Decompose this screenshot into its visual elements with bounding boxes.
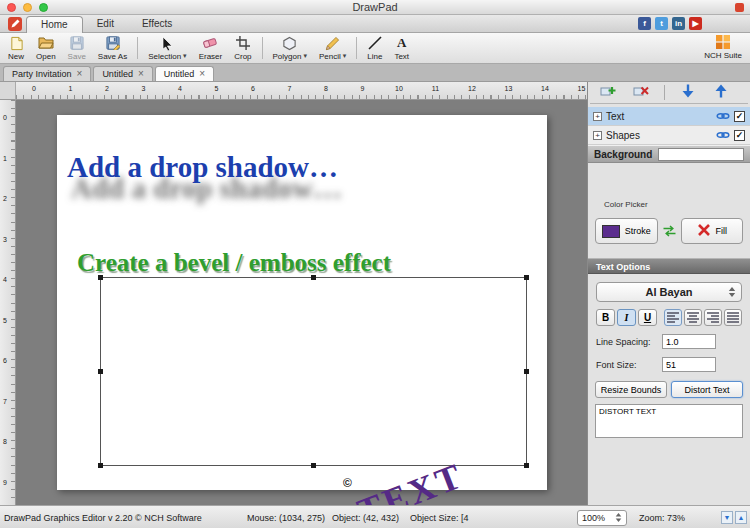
close-tab-icon[interactable]: × bbox=[138, 69, 144, 79]
eraser-button[interactable]: Eraser bbox=[193, 33, 229, 63]
background-row[interactable]: Background bbox=[588, 145, 750, 163]
bevel-emboss-text-object[interactable]: Create a bevel / emboss effect bbox=[77, 249, 391, 277]
zoom-percent-value: 100% bbox=[582, 513, 605, 523]
stepper-icon bbox=[615, 512, 622, 525]
align-center-button[interactable] bbox=[684, 309, 702, 326]
facebook-icon[interactable]: f bbox=[638, 17, 651, 30]
selection-bounds[interactable]: © DISTORT TEXT bbox=[100, 277, 527, 466]
resize-handle[interactable] bbox=[311, 275, 316, 280]
distort-text-object[interactable]: DISTORT TEXT bbox=[148, 430, 494, 505]
link-icon[interactable] bbox=[716, 129, 730, 141]
align-left-button[interactable] bbox=[664, 309, 682, 326]
bold-button[interactable]: B bbox=[596, 309, 615, 326]
expand-icon[interactable]: + bbox=[593, 131, 602, 140]
twitter-icon[interactable]: t bbox=[655, 17, 668, 30]
align-justify-button[interactable] bbox=[724, 309, 742, 326]
move-layer-down-button[interactable] bbox=[674, 84, 702, 102]
polygon-button[interactable]: Polygon▾ bbox=[267, 33, 313, 63]
crop-icon bbox=[236, 35, 250, 51]
zoom-level-text: Zoom: 73% bbox=[639, 513, 685, 523]
text-content-area[interactable]: DISTORT TEXT bbox=[595, 404, 743, 438]
fill-label: Fill bbox=[716, 226, 728, 236]
scroll-down-button[interactable]: ▼ bbox=[721, 511, 733, 524]
nch-suite-button[interactable]: NCH Suite bbox=[704, 34, 742, 60]
layer-actions-toolbar bbox=[590, 84, 748, 104]
nch-badge-icon[interactable] bbox=[735, 3, 744, 12]
tab-home[interactable]: Home bbox=[26, 16, 83, 33]
document-tab-strip: Party Invitation×Untitled×Untitled× bbox=[0, 64, 750, 82]
ruler-corner bbox=[0, 82, 16, 100]
ribbon-tab-strip: HomeEditEffects bbox=[26, 15, 186, 33]
font-size-input[interactable] bbox=[662, 357, 716, 372]
resize-bounds-button[interactable]: Resize Bounds bbox=[595, 381, 667, 398]
doc-tab-untitled-1[interactable]: Untitled× bbox=[93, 66, 152, 81]
expand-icon[interactable]: + bbox=[593, 112, 602, 121]
document-page[interactable]: Add a drop shadow… Create a bevel / embo… bbox=[57, 115, 547, 490]
title-bar: DrawPad bbox=[0, 0, 750, 15]
tab-effects[interactable]: Effects bbox=[128, 15, 186, 33]
stroke-color-button[interactable]: Stroke bbox=[595, 218, 658, 244]
resize-handle[interactable] bbox=[98, 463, 103, 468]
add-layer-button[interactable] bbox=[594, 84, 622, 102]
minimize-window-button[interactable] bbox=[23, 3, 32, 12]
resize-handle[interactable] bbox=[98, 369, 103, 374]
layer-row-text[interactable]: +Text✓ bbox=[588, 107, 750, 126]
visibility-checkbox[interactable]: ✓ bbox=[734, 130, 745, 141]
pencil-button[interactable]: Pencil▾ bbox=[313, 33, 352, 63]
align-right-button[interactable] bbox=[704, 309, 722, 326]
open-button[interactable]: Open bbox=[30, 33, 62, 63]
layer-row-shapes[interactable]: +Shapes✓ bbox=[588, 126, 750, 145]
youtube-icon[interactable]: ▶ bbox=[689, 17, 702, 30]
color-picker-section: Color Picker Stroke Fill bbox=[588, 200, 750, 244]
doc-tab-untitled-2[interactable]: Untitled× bbox=[155, 66, 214, 81]
underline-button[interactable]: U bbox=[638, 309, 657, 326]
tab-edit[interactable]: Edit bbox=[83, 15, 128, 33]
line-spacing-input[interactable] bbox=[662, 334, 716, 349]
font-size-label: Font Size: bbox=[596, 360, 637, 370]
line-button[interactable]: Line bbox=[361, 33, 388, 63]
italic-button[interactable]: I bbox=[617, 309, 636, 326]
swap-colors-icon[interactable] bbox=[662, 224, 677, 238]
text-button[interactable]: AText bbox=[388, 33, 415, 63]
no-fill-icon bbox=[697, 224, 711, 238]
fill-color-button[interactable]: Fill bbox=[681, 218, 744, 244]
eraser-icon bbox=[202, 35, 218, 51]
crop-button[interactable]: Crop bbox=[228, 33, 257, 63]
close-window-button[interactable] bbox=[7, 3, 16, 12]
horizontal-ruler: 0123456789101112131415 bbox=[16, 82, 587, 100]
saveas-icon bbox=[106, 35, 120, 51]
text-icon: A bbox=[397, 35, 406, 51]
chevron-down-icon: ▾ bbox=[343, 52, 347, 60]
link-icon[interactable] bbox=[716, 110, 730, 122]
resize-handle[interactable] bbox=[98, 275, 103, 280]
distort-text-button[interactable]: Distort Text bbox=[671, 381, 743, 398]
polygon-icon bbox=[282, 35, 297, 51]
new-button[interactable]: New bbox=[2, 33, 30, 63]
selection-button[interactable]: Selection▾ bbox=[142, 33, 192, 63]
color-picker-title: Color Picker bbox=[604, 200, 750, 209]
visibility-checkbox[interactable]: ✓ bbox=[734, 111, 745, 122]
background-color-swatch[interactable] bbox=[658, 148, 744, 161]
drop-shadow-text-object[interactable]: Add a drop shadow… bbox=[67, 151, 338, 184]
scroll-up-button[interactable]: ▲ bbox=[735, 511, 747, 524]
resize-handle[interactable] bbox=[524, 275, 529, 280]
close-tab-icon[interactable]: × bbox=[199, 69, 205, 79]
font-name: Al Bayan bbox=[645, 286, 692, 298]
save-as-button[interactable]: Save As bbox=[92, 33, 133, 63]
app-version-text: DrawPad Graphics Editor v 2.20 © NCH Sof… bbox=[4, 513, 202, 523]
object-size-text: Object Size: [4 bbox=[410, 513, 472, 523]
canvas-viewport[interactable]: Add a drop shadow… Create a bevel / embo… bbox=[16, 100, 587, 505]
selection-icon bbox=[161, 35, 174, 51]
zoom-percent-select[interactable]: 100% bbox=[577, 510, 627, 526]
close-tab-icon[interactable]: × bbox=[77, 69, 83, 79]
font-family-select[interactable]: Al Bayan bbox=[596, 282, 742, 302]
vertical-ruler: 0123456789 bbox=[0, 100, 16, 505]
resize-handle[interactable] bbox=[311, 463, 316, 468]
resize-handle[interactable] bbox=[524, 463, 529, 468]
doc-tab-party-invitation-0[interactable]: Party Invitation× bbox=[3, 66, 91, 81]
linkedin-icon[interactable]: in bbox=[672, 17, 685, 30]
move-layer-up-button[interactable] bbox=[707, 84, 735, 102]
resize-handle[interactable] bbox=[524, 369, 529, 374]
zoom-window-button[interactable] bbox=[39, 3, 48, 12]
delete-layer-button[interactable] bbox=[627, 84, 655, 102]
